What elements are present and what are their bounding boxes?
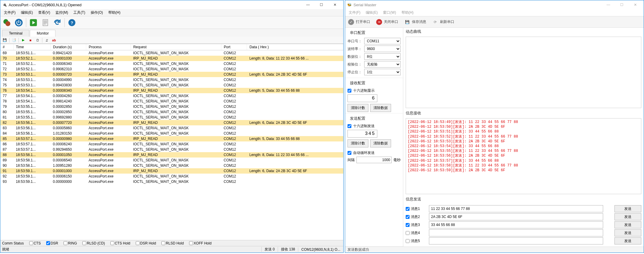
tab-monitor[interactable]: Monitor [30,30,55,37]
table-row[interactable]: 9118:53:59.1...0.00001000AccessPort.exeI… [0,168,343,174]
titlebar[interactable]: 🐝 Serial Master — ☐ ✕ [345,0,644,9]
rx-data-box[interactable]: [2022-06-12 18:53:49][发送]: 11 22 33 44 5… [406,118,641,194]
table-row[interactable]: 7418:53:53.1...0.00004990AccessPort.exeI… [0,77,343,82]
titlebar[interactable]: 🔌 AccessPort - COM12(9600,N,8,1) Opened … [0,0,343,9]
msg-input[interactable] [429,205,603,212]
rx-clear-data-button[interactable]: 清除数据 [370,104,391,112]
port-select[interactable]: COM11 [364,38,401,44]
stop-icon[interactable]: ■ [27,37,34,43]
table-row[interactable]: 7318:53:53.1...0.00000720AccessPort.exeI… [0,72,343,77]
parity-select[interactable]: 无校验 [364,61,401,68]
msg-enable-checkbox[interactable] [406,231,410,235]
menu-file[interactable]: 文件(F) [346,10,363,16]
refresh-port-button[interactable]: ⟳刷新串口 [432,19,454,25]
msg-enable-checkbox[interactable] [406,215,410,219]
save-msg-button[interactable]: 💾保存消息 [404,19,426,25]
rx-clear-count-button[interactable]: 清除计数 [348,104,368,112]
msg-enable-checkbox[interactable] [406,239,410,243]
table-row[interactable]: 8518:53:57.1...0.00000980AccessPort.exeI… [0,136,343,141]
table-row[interactable]: 7818:53:54.1...0.99814240AccessPort.exeI… [0,99,343,104]
table-row[interactable]: 8718:53:57.1...0.99294650AccessPort.exeI… [0,147,343,152]
menu-action[interactable]: 操作(O) [88,10,105,16]
msg-enable-checkbox[interactable] [406,223,410,227]
menu-window[interactable]: 窗口(W) [381,10,398,16]
column-header[interactable]: Duration (s) [50,44,86,50]
menu-help[interactable]: 帮助(H) [399,10,416,16]
column-header[interactable]: Request [131,44,221,50]
menu-file[interactable]: 文件(F) [1,10,18,16]
open-port-button[interactable]: ✓打开串口 [348,19,370,25]
ascii-icon[interactable]: ab [51,37,57,43]
table-row[interactable]: 9318:53:59.1...0.00000000AccessPort.exeI… [0,179,343,184]
play-icon[interactable] [28,17,39,28]
table-row[interactable]: 8618:53:57.1...0.00006240AccessPort.exeI… [0,141,343,147]
msg-enable-checkbox[interactable] [406,207,410,211]
msg-input[interactable] [429,237,603,244]
power-icon[interactable] [13,17,24,28]
tx-hex-checkbox[interactable] [348,124,351,128]
column-header[interactable]: # [0,44,13,50]
interval-input[interactable] [356,157,392,163]
close-button[interactable]: ✕ [628,1,642,9]
menu-monitor[interactable]: 监控(M) [53,10,70,16]
table-row[interactable]: 8118:53:55.1...0.99692880AccessPort.exeI… [0,115,343,120]
table-row[interactable]: 7018:53:52.1...0.00001030AccessPort.exeI… [0,56,343,61]
maximize-button[interactable]: ☐ [615,1,628,9]
menu-tools[interactable]: 工具(T) [71,10,87,16]
table-row[interactable]: 8318:53:56.1...0.00005860AccessPort.exeI… [0,125,343,131]
send-button[interactable]: 发送 [614,237,641,244]
close-port-button[interactable]: ━关闭串口 [376,19,398,25]
send-button[interactable]: 发送 [614,213,641,220]
column-header[interactable]: Port [221,44,247,50]
tab-terminal[interactable]: Terminal [2,30,29,37]
table-row[interactable]: 8018:53:55.1...0.00002850AccessPort.exeI… [0,109,343,115]
column-header[interactable]: Data ( Hex ) [247,44,343,50]
column-header[interactable]: Process [86,44,131,50]
menu-edit[interactable]: 编辑(E) [18,10,35,16]
hex-icon[interactable]: Ξ [44,37,50,43]
filter-icon[interactable]: 📑 [11,37,17,43]
table-row[interactable]: 8818:53:58.1...0.00001050AccessPort.exeI… [0,152,343,158]
close-button[interactable]: ✕ [328,1,342,9]
table-row[interactable]: 7718:53:54.1...0.00004260AccessPort.exeI… [0,93,343,99]
table-row[interactable]: 7218:53:52.1...0.99062310AccessPort.exeI… [0,66,343,72]
help-icon[interactable]: ? [67,17,77,28]
send-button[interactable]: 发送 [614,205,641,212]
menu-view[interactable]: 查看(V) [36,10,52,16]
tx-clear-data-button[interactable]: 清除数据 [370,139,391,147]
msg-input[interactable] [429,221,603,228]
minimize-button[interactable]: — [602,1,615,9]
table-row[interactable]: 6918:53:51.1...0.99421420AccessPort.exeI… [0,50,343,56]
document-icon[interactable] [40,17,51,28]
table-row[interactable]: 9018:53:58.1...1.00951280AccessPort.exeI… [0,163,343,168]
stopbits-select[interactable]: 1位 [364,69,401,75]
save-icon[interactable]: 💾 [1,37,8,43]
table-row[interactable]: 9218:53:59.1...0.00006150AccessPort.exeI… [0,174,343,179]
baud-select[interactable]: 9600 [364,46,401,52]
go-icon[interactable]: ▶ [20,37,27,43]
table-row[interactable]: 8418:53:56.1...1.01283150AccessPort.exeI… [0,131,343,136]
table-row[interactable]: 7918:53:55.1...0.00002850AccessPort.exeI… [0,104,343,109]
table-row[interactable]: 7118:53:52.1...0.00006340AccessPort.exeI… [0,61,343,66]
column-header[interactable]: Time [13,44,50,50]
monitor-table[interactable]: #TimeDuration (s)ProcessRequestPortData … [0,44,343,240]
auto-loop-checkbox[interactable] [348,151,351,155]
table-row[interactable]: 8218:53:56.1...0.00007720AccessPort.exeI… [0,120,343,125]
maximize-button[interactable]: ☐ [315,1,328,9]
msg-input[interactable] [429,213,603,220]
menu-help[interactable]: 帮助(H) [106,10,123,16]
settings-icon[interactable] [1,17,12,28]
send-button[interactable]: 发送 [614,229,641,236]
rx-hex-checkbox[interactable] [348,89,351,93]
send-button[interactable]: 发送 [614,221,641,228]
table-row[interactable]: 7518:53:53.1...0.99433830AccessPort.exeI… [0,82,343,88]
msg-input[interactable] [429,229,603,236]
table-row[interactable]: 7618:53:54.1...0.00008340AccessPort.exeI… [0,88,343,93]
menu-edit[interactable]: 编辑(E) [363,10,380,16]
refresh-icon[interactable] [52,17,63,28]
table-row[interactable]: 8918:53:58.1...0.00006540AccessPort.exeI… [0,158,343,163]
databits-select[interactable]: 8位 [364,53,401,60]
tx-clear-count-button[interactable]: 清除计数 [348,139,368,147]
clear-icon[interactable]: 🗋 [34,37,41,43]
minimize-button[interactable]: — [301,1,315,9]
